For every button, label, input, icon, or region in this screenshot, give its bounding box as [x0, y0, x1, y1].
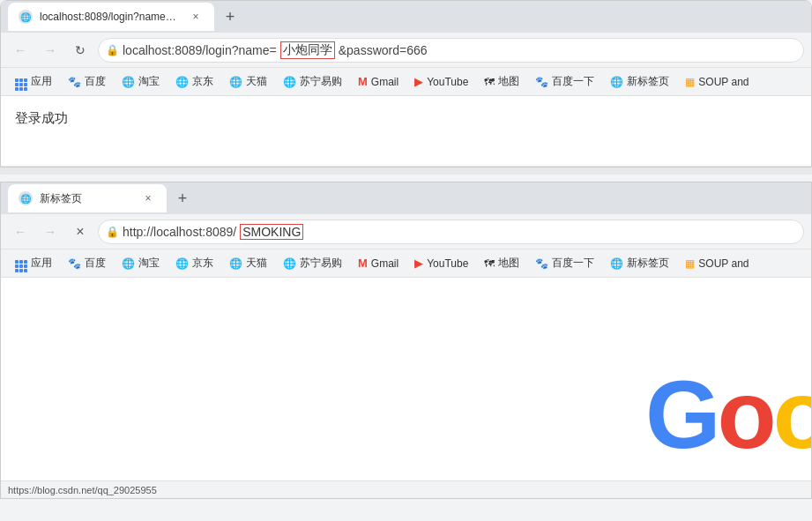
browser-window-1: 🌐 localhost:8089/login?name=小炮同学&passwor…: [0, 0, 812, 167]
tianmao-icon-1: 🌐: [229, 76, 242, 88]
maps-icon-1: 🗺: [484, 76, 495, 88]
back-button-1[interactable]: ←: [8, 38, 33, 63]
tab-favicon-2: 🌐: [19, 191, 33, 205]
address-input-2[interactable]: 🔒 http://localhost:8089/SMOKING: [98, 220, 804, 244]
bookmark-baidusearch-2[interactable]: 🐾 百度一下: [528, 254, 601, 272]
baidu-icon-2: 🐾: [68, 257, 81, 270]
bookmark-suning-2[interactable]: 🌐 苏宁易购: [276, 254, 349, 272]
new-tab-button-1[interactable]: +: [218, 4, 242, 29]
bookmark-jd-2[interactable]: 🌐 京东: [168, 254, 220, 272]
bookmark-baidu-1[interactable]: 🐾 百度: [61, 72, 113, 91]
bookmark-soup-2[interactable]: ▦ SOUP and: [678, 256, 756, 272]
bookmark-label-soup-2: SOUP and: [698, 257, 749, 270]
bookmark-gmail-1[interactable]: M Gmail: [351, 73, 406, 90]
baidusearch-icon-2: 🐾: [535, 257, 548, 270]
bookmark-label-taobao-2: 淘宝: [138, 256, 160, 271]
bookmarks-bar-1: 应用 🐾 百度 🌐 淘宝 🌐 京东 🌐 天猫 🌐 苏宁易购 M Gmail ▶ …: [1, 68, 811, 96]
bookmark-newtab-1[interactable]: 🌐 新标签页: [603, 72, 676, 91]
lock-icon-1: 🔒: [106, 44, 119, 56]
tab-bar-1: 🌐 localhost:8089/login?name=小炮同学&passwor…: [1, 1, 811, 33]
youtube-icon-1: ▶: [414, 75, 423, 88]
address-prefix-1: localhost:8089/login?name=: [123, 43, 277, 57]
new-tab-button-2[interactable]: +: [170, 186, 195, 211]
bookmark-baidusearch-1[interactable]: 🐾 百度一下: [528, 72, 601, 91]
bookmark-label-baidusearch-2: 百度一下: [552, 256, 594, 271]
suning-icon-1: 🌐: [283, 76, 296, 88]
browser-window-2: 🌐 新标签页 × + ← → × 🔒 http://localhost:8089…: [0, 182, 812, 499]
tab-title-2: 新标签页: [40, 191, 82, 206]
tab-close-2[interactable]: ×: [140, 190, 156, 206]
address-highlight-1: 小炮同学: [280, 41, 335, 59]
bookmark-maps-1[interactable]: 🗺 地图: [477, 72, 526, 91]
bookmark-label-youtube-2: YouTube: [427, 257, 468, 270]
bookmark-label-apps-1: 应用: [31, 74, 52, 89]
bookmark-tianmao-1[interactable]: 🌐 天猫: [222, 72, 274, 91]
suning-icon-2: 🌐: [283, 257, 296, 270]
bookmark-apps-1[interactable]: 应用: [8, 71, 59, 93]
taobao-icon-1: 🌐: [122, 76, 135, 88]
bookmark-label-jd-1: 京东: [192, 74, 213, 89]
bookmark-gmail-2[interactable]: M Gmail: [351, 255, 406, 272]
address-suffix-1: &password=666: [339, 43, 428, 57]
bookmark-label-youtube-1: YouTube: [427, 76, 468, 88]
forward-button-1[interactable]: →: [38, 38, 63, 63]
forward-button-2[interactable]: →: [38, 220, 63, 244]
bookmark-label-jd-2: 京东: [192, 256, 213, 271]
gmail-icon-1: M: [358, 75, 368, 88]
jd-icon-1: 🌐: [175, 76, 189, 88]
address-bar-row-2: ← → × 🔒 http://localhost:8089/SMOKING: [1, 214, 811, 249]
google-logo-partial: Goo: [645, 366, 811, 463]
bookmark-newtab-2[interactable]: 🌐 新标签页: [603, 254, 676, 272]
google-g: G: [645, 360, 718, 468]
window-separator: [0, 167, 812, 175]
baidusearch-icon-1: 🐾: [535, 76, 548, 88]
status-bar-2: https://blog.csdn.net/qq_29025955: [1, 480, 811, 498]
bookmark-taobao-2[interactable]: 🌐 淘宝: [115, 254, 167, 272]
bookmark-youtube-1[interactable]: ▶ YouTube: [407, 73, 475, 90]
maps-icon-2: 🗺: [484, 257, 495, 270]
bookmark-label-soup-1: SOUP and: [698, 76, 749, 88]
bookmark-label-baidu-1: 百度: [85, 74, 106, 89]
taobao-icon-2: 🌐: [122, 257, 135, 270]
bookmark-label-newtab-1: 新标签页: [627, 74, 669, 89]
baidu-icon-1: 🐾: [68, 76, 81, 88]
stop-button-2[interactable]: ×: [68, 220, 93, 244]
address-highlight-2: SMOKING: [240, 224, 303, 240]
reload-button-1[interactable]: ↻: [68, 38, 93, 63]
active-tab-2[interactable]: 🌐 新标签页 ×: [8, 184, 167, 212]
bookmark-tianmao-2[interactable]: 🌐 天猫: [222, 254, 274, 272]
address-bar-row-1: ← → ↻ 🔒 localhost:8089/login?name=小炮同学&p…: [1, 33, 811, 68]
address-prefix-2: http://localhost:8089/: [123, 225, 236, 239]
bookmark-suning-1[interactable]: 🌐 苏宁易购: [276, 72, 349, 91]
bookmark-label-suning-1: 苏宁易购: [300, 74, 342, 89]
bookmark-label-newtab-2: 新标签页: [627, 256, 669, 271]
address-input-1[interactable]: 🔒 localhost:8089/login?name=小炮同学&passwor…: [98, 38, 804, 63]
bookmark-label-baidu-2: 百度: [85, 256, 106, 271]
bookmark-label-tianmao-1: 天猫: [246, 74, 267, 89]
back-button-2[interactable]: ←: [8, 220, 33, 244]
bookmark-label-gmail-2: Gmail: [371, 257, 399, 270]
tab-close-1[interactable]: ×: [188, 9, 204, 25]
youtube-icon-2: ▶: [414, 257, 423, 270]
gmail-icon-2: M: [358, 257, 368, 270]
bookmark-maps-2[interactable]: 🗺 地图: [477, 254, 526, 272]
login-success-text: 登录成功: [15, 110, 68, 125]
bookmark-apps-2[interactable]: 应用: [8, 252, 59, 274]
apps-icon-1: [15, 72, 27, 91]
bookmark-label-apps-2: 应用: [31, 256, 52, 271]
bookmark-youtube-2[interactable]: ▶ YouTube: [407, 255, 475, 272]
apps-icon-2: [15, 254, 27, 272]
tab-title-1: localhost:8089/login?name=小炮同学&password=…: [40, 10, 181, 25]
google-o2: o: [773, 360, 811, 468]
bookmark-label-taobao-1: 淘宝: [138, 74, 160, 89]
bookmark-baidu-2[interactable]: 🐾 百度: [61, 254, 113, 272]
bookmark-label-maps-2: 地图: [498, 256, 519, 271]
bookmark-label-suning-2: 苏宁易购: [300, 256, 342, 271]
active-tab-1[interactable]: 🌐 localhost:8089/login?name=小炮同学&passwor…: [8, 3, 214, 31]
newtab-icon-1: 🌐: [610, 76, 623, 88]
bookmark-taobao-1[interactable]: 🌐 淘宝: [115, 72, 167, 91]
bookmark-jd-1[interactable]: 🌐 京东: [168, 72, 220, 91]
bookmark-soup-1[interactable]: ▦ SOUP and: [678, 74, 756, 90]
lock-icon-2: 🔒: [106, 226, 119, 238]
google-new-tab-content: Goo: [1, 278, 811, 480]
